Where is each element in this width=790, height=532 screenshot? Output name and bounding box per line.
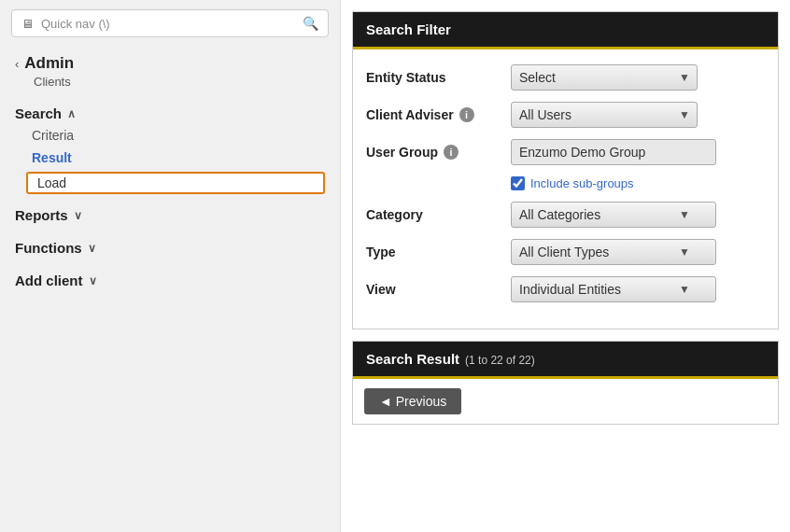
sidebar: 🖥 Quick nav (\) 🔍 ‹ Admin Clients Search…: [0, 0, 341, 532]
sidebar-section-functions: Functions ∨: [15, 236, 325, 259]
search-filter-header: Search Filter: [353, 12, 778, 49]
type-control: All Client Types ▼: [511, 239, 765, 265]
back-arrow-icon: ‹: [15, 57, 19, 71]
sidebar-content: ‹ Admin Clients Search ∧ Criteria Result…: [0, 47, 340, 309]
user-group-control: [511, 139, 765, 165]
admin-subtitle: Clients: [34, 75, 325, 89]
search-section-label: Search: [15, 105, 62, 121]
client-adviser-label: Client Adviser i: [366, 107, 511, 122]
type-wrapper: All Client Types ▼: [511, 239, 698, 265]
view-control: Individual Entities ▼: [511, 276, 765, 302]
user-group-label: User Group i: [366, 145, 511, 160]
search-filter-panel: Search Filter Entity Status Select Activ…: [352, 11, 779, 329]
sidebar-item-result[interactable]: Result: [26, 147, 325, 168]
view-select[interactable]: Individual Entities: [511, 276, 716, 302]
admin-title: Admin: [24, 54, 74, 73]
quick-nav-label: Quick nav (\): [41, 17, 295, 31]
reports-caret-icon: ∨: [74, 209, 82, 222]
category-wrapper: All Categories ▼: [511, 202, 698, 228]
search-items: Criteria Result Load: [15, 125, 325, 194]
functions-section-label: Functions: [15, 240, 82, 256]
search-filter-body: Entity Status Select Active Inactive ▼: [353, 49, 778, 329]
sidebar-section-reports-header[interactable]: Reports ∨: [15, 203, 325, 227]
view-row: View Individual Entities ▼: [366, 276, 765, 302]
search-icon: 🔍: [303, 16, 318, 31]
prev-button-label: ◄ Previous: [379, 394, 446, 409]
client-adviser-row: Client Adviser i All Users ▼: [366, 102, 765, 128]
search-result-title: Search Result: [366, 351, 459, 367]
add-client-caret-icon: ∨: [89, 274, 97, 287]
reports-section-label: Reports: [15, 207, 68, 223]
client-adviser-wrapper: All Users ▼: [511, 102, 698, 128]
functions-caret-icon: ∨: [88, 242, 96, 255]
sidebar-section-functions-header[interactable]: Functions ∨: [15, 236, 325, 259]
user-group-row: User Group i: [366, 139, 765, 165]
user-group-input[interactable]: [511, 139, 716, 165]
sidebar-section-add-client: Add client ∨: [15, 269, 325, 292]
search-result-count: (1 to 22 of 22): [465, 354, 535, 367]
search-caret-icon: ∧: [67, 107, 76, 120]
entity-status-select[interactable]: Select Active Inactive: [511, 64, 698, 91]
include-subgroups-label[interactable]: Include sub-groups: [530, 176, 634, 190]
client-adviser-control: All Users ▼: [511, 102, 765, 128]
type-label: Type: [366, 245, 511, 259]
monitor-icon: 🖥: [21, 17, 34, 31]
include-subgroups-row: Include sub-groups: [511, 176, 765, 190]
admin-header: ‹ Admin: [15, 54, 325, 73]
entity-status-control: Select Active Inactive ▼: [511, 64, 765, 91]
quick-nav-bar[interactable]: 🖥 Quick nav (\) 🔍: [11, 9, 329, 37]
search-result-panel: Search Result (1 to 22 of 22) ◄ Previous: [352, 341, 779, 425]
category-label: Category: [366, 207, 511, 222]
type-select[interactable]: All Client Types: [511, 239, 716, 265]
category-control: All Categories ▼: [511, 202, 765, 228]
sidebar-item-load[interactable]: Load: [26, 172, 325, 194]
view-wrapper: Individual Entities ▼: [511, 276, 698, 302]
category-row: Category All Categories ▼: [366, 202, 765, 228]
client-adviser-select[interactable]: All Users: [511, 102, 698, 128]
type-row: Type All Client Types ▼: [366, 239, 765, 265]
sidebar-section-search: Search ∧ Criteria Result Load: [15, 102, 325, 194]
add-client-section-label: Add client: [15, 273, 83, 288]
include-subgroups-checkbox[interactable]: [511, 176, 525, 190]
entity-status-row: Entity Status Select Active Inactive ▼: [366, 64, 765, 91]
search-result-body: ◄ Previous: [353, 379, 778, 424]
client-adviser-info-icon[interactable]: i: [459, 107, 474, 122]
search-filter-title: Search Filter: [366, 21, 451, 37]
sidebar-section-search-header[interactable]: Search ∧: [15, 102, 325, 125]
sidebar-section-reports: Reports ∨: [15, 203, 325, 227]
sidebar-section-add-client-header[interactable]: Add client ∨: [15, 269, 325, 292]
search-result-header: Search Result (1 to 22 of 22): [353, 342, 778, 379]
main-content: Search Filter Entity Status Select Activ…: [341, 0, 790, 532]
user-group-info-icon[interactable]: i: [444, 145, 458, 160]
entity-status-label: Entity Status: [366, 70, 511, 85]
sidebar-item-criteria[interactable]: Criteria: [26, 125, 325, 146]
view-label: View: [366, 282, 511, 297]
entity-status-wrapper: Select Active Inactive ▼: [511, 64, 698, 91]
previous-button[interactable]: ◄ Previous: [364, 388, 461, 414]
category-select[interactable]: All Categories: [511, 202, 716, 228]
